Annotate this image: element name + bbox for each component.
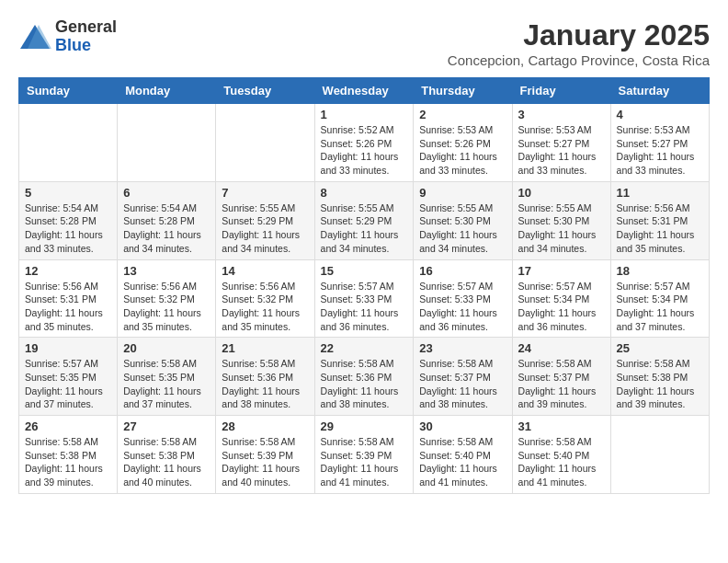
logo-icon [18, 23, 51, 51]
calendar-day-cell: 26Sunrise: 5:58 AM Sunset: 5:38 PM Dayli… [19, 416, 118, 494]
calendar-day-cell: 9Sunrise: 5:55 AM Sunset: 5:30 PM Daylig… [414, 181, 512, 259]
calendar-day-cell [118, 104, 216, 182]
calendar-day-cell: 18Sunrise: 5:57 AM Sunset: 5:34 PM Dayli… [610, 259, 709, 338]
logo-blue-text: Blue [55, 37, 117, 55]
day-number: 15 [321, 264, 408, 278]
day-info: Sunrise: 5:58 AM Sunset: 5:40 PM Dayligh… [518, 435, 605, 489]
title-block: January 2025 Concepcion, Cartago Provinc… [448, 18, 710, 68]
day-number: 3 [518, 108, 605, 121]
day-number: 7 [222, 186, 308, 200]
day-number: 5 [25, 186, 111, 200]
calendar-week-row: 12Sunrise: 5:56 AM Sunset: 5:31 PM Dayli… [19, 259, 710, 338]
calendar-day-cell: 3Sunrise: 5:53 AM Sunset: 5:27 PM Daylig… [512, 104, 610, 182]
day-of-week-header: Monday [118, 78, 216, 104]
day-info: Sunrise: 5:58 AM Sunset: 5:36 PM Dayligh… [321, 357, 408, 411]
day-number: 22 [321, 341, 408, 355]
calendar-day-cell: 28Sunrise: 5:58 AM Sunset: 5:39 PM Dayli… [216, 416, 314, 494]
day-number: 4 [617, 108, 703, 121]
calendar-day-cell: 24Sunrise: 5:58 AM Sunset: 5:37 PM Dayli… [512, 338, 610, 416]
day-number: 1 [321, 108, 408, 121]
calendar-day-cell [216, 104, 314, 182]
day-info: Sunrise: 5:56 AM Sunset: 5:31 PM Dayligh… [25, 280, 111, 334]
day-info: Sunrise: 5:56 AM Sunset: 5:32 PM Dayligh… [222, 280, 308, 334]
day-info: Sunrise: 5:58 AM Sunset: 5:35 PM Dayligh… [123, 357, 210, 411]
calendar-day-cell: 29Sunrise: 5:58 AM Sunset: 5:39 PM Dayli… [314, 416, 414, 494]
day-number: 6 [123, 186, 210, 200]
calendar-day-cell: 21Sunrise: 5:58 AM Sunset: 5:36 PM Dayli… [216, 338, 314, 416]
day-number: 17 [518, 264, 605, 278]
calendar-day-cell: 25Sunrise: 5:58 AM Sunset: 5:38 PM Dayli… [610, 338, 709, 416]
day-info: Sunrise: 5:52 AM Sunset: 5:26 PM Dayligh… [321, 123, 408, 178]
day-of-week-header: Thursday [414, 78, 512, 104]
calendar-day-cell: 30Sunrise: 5:58 AM Sunset: 5:40 PM Dayli… [414, 416, 512, 494]
day-info: Sunrise: 5:58 AM Sunset: 5:40 PM Dayligh… [419, 435, 506, 489]
calendar-day-cell: 12Sunrise: 5:56 AM Sunset: 5:31 PM Dayli… [19, 259, 118, 338]
day-info: Sunrise: 5:58 AM Sunset: 5:38 PM Dayligh… [123, 435, 210, 489]
calendar-day-cell: 7Sunrise: 5:55 AM Sunset: 5:29 PM Daylig… [216, 181, 314, 259]
day-number: 30 [419, 419, 506, 433]
day-number: 31 [518, 419, 605, 433]
day-info: Sunrise: 5:58 AM Sunset: 5:37 PM Dayligh… [518, 357, 605, 411]
day-info: Sunrise: 5:57 AM Sunset: 5:34 PM Dayligh… [617, 280, 703, 334]
day-info: Sunrise: 5:57 AM Sunset: 5:33 PM Dayligh… [419, 280, 506, 334]
calendar-day-cell: 27Sunrise: 5:58 AM Sunset: 5:38 PM Dayli… [118, 416, 216, 494]
day-number: 16 [419, 264, 506, 278]
day-info: Sunrise: 5:58 AM Sunset: 5:37 PM Dayligh… [419, 357, 506, 411]
calendar-day-cell: 23Sunrise: 5:58 AM Sunset: 5:37 PM Dayli… [414, 338, 512, 416]
calendar-day-cell: 4Sunrise: 5:53 AM Sunset: 5:27 PM Daylig… [610, 104, 709, 182]
location: Concepcion, Cartago Province, Costa Rica [448, 52, 710, 68]
day-of-week-header: Friday [512, 78, 610, 104]
day-number: 8 [321, 186, 408, 200]
calendar-day-cell: 22Sunrise: 5:58 AM Sunset: 5:36 PM Dayli… [314, 338, 414, 416]
month-year: January 2025 [448, 18, 710, 52]
calendar-day-cell: 1Sunrise: 5:52 AM Sunset: 5:26 PM Daylig… [314, 104, 414, 182]
day-info: Sunrise: 5:55 AM Sunset: 5:29 PM Dayligh… [222, 201, 308, 256]
day-info: Sunrise: 5:57 AM Sunset: 5:35 PM Dayligh… [25, 357, 111, 411]
calendar-day-cell: 15Sunrise: 5:57 AM Sunset: 5:33 PM Dayli… [314, 259, 414, 338]
calendar-header-row: SundayMondayTuesdayWednesdayThursdayFrid… [19, 78, 710, 104]
day-info: Sunrise: 5:57 AM Sunset: 5:34 PM Dayligh… [518, 280, 605, 334]
calendar-day-cell: 2Sunrise: 5:53 AM Sunset: 5:26 PM Daylig… [414, 104, 512, 182]
day-info: Sunrise: 5:56 AM Sunset: 5:31 PM Dayligh… [617, 201, 703, 256]
day-number: 20 [123, 341, 210, 355]
day-of-week-header: Saturday [610, 78, 709, 104]
calendar-table: SundayMondayTuesdayWednesdayThursdayFrid… [18, 77, 710, 494]
day-info: Sunrise: 5:55 AM Sunset: 5:30 PM Dayligh… [518, 201, 605, 256]
calendar-day-cell: 5Sunrise: 5:54 AM Sunset: 5:28 PM Daylig… [19, 181, 118, 259]
calendar-day-cell [610, 416, 709, 494]
calendar-day-cell: 10Sunrise: 5:55 AM Sunset: 5:30 PM Dayli… [512, 181, 610, 259]
day-number: 2 [419, 108, 506, 121]
day-number: 13 [123, 264, 210, 278]
day-info: Sunrise: 5:54 AM Sunset: 5:28 PM Dayligh… [25, 201, 111, 256]
day-number: 18 [617, 264, 703, 278]
day-number: 29 [321, 419, 408, 433]
day-number: 26 [25, 419, 111, 433]
day-info: Sunrise: 5:55 AM Sunset: 5:30 PM Dayligh… [419, 201, 506, 256]
day-info: Sunrise: 5:58 AM Sunset: 5:39 PM Dayligh… [222, 435, 308, 489]
calendar-week-row: 5Sunrise: 5:54 AM Sunset: 5:28 PM Daylig… [19, 181, 710, 259]
logo-general-text: General [55, 18, 117, 37]
logo: General Blue [18, 18, 117, 55]
calendar-week-row: 19Sunrise: 5:57 AM Sunset: 5:35 PM Dayli… [19, 338, 710, 416]
calendar-week-row: 26Sunrise: 5:58 AM Sunset: 5:38 PM Dayli… [19, 416, 710, 494]
calendar-day-cell: 20Sunrise: 5:58 AM Sunset: 5:35 PM Dayli… [118, 338, 216, 416]
day-info: Sunrise: 5:58 AM Sunset: 5:38 PM Dayligh… [25, 435, 111, 489]
calendar-day-cell: 6Sunrise: 5:54 AM Sunset: 5:28 PM Daylig… [118, 181, 216, 259]
day-info: Sunrise: 5:53 AM Sunset: 5:26 PM Dayligh… [419, 123, 506, 178]
day-number: 14 [222, 264, 308, 278]
day-number: 10 [518, 186, 605, 200]
day-info: Sunrise: 5:57 AM Sunset: 5:33 PM Dayligh… [321, 280, 408, 334]
day-number: 19 [25, 341, 111, 355]
day-number: 9 [419, 186, 506, 200]
day-number: 25 [617, 341, 703, 355]
calendar-day-cell: 17Sunrise: 5:57 AM Sunset: 5:34 PM Dayli… [512, 259, 610, 338]
day-info: Sunrise: 5:58 AM Sunset: 5:38 PM Dayligh… [617, 357, 703, 411]
calendar-week-row: 1Sunrise: 5:52 AM Sunset: 5:26 PM Daylig… [19, 104, 710, 182]
day-number: 11 [617, 186, 703, 200]
calendar-day-cell: 19Sunrise: 5:57 AM Sunset: 5:35 PM Dayli… [19, 338, 118, 416]
day-number: 21 [222, 341, 308, 355]
day-info: Sunrise: 5:53 AM Sunset: 5:27 PM Dayligh… [518, 123, 605, 178]
calendar-day-cell: 31Sunrise: 5:58 AM Sunset: 5:40 PM Dayli… [512, 416, 610, 494]
day-of-week-header: Tuesday [216, 78, 314, 104]
day-of-week-header: Sunday [19, 78, 118, 104]
